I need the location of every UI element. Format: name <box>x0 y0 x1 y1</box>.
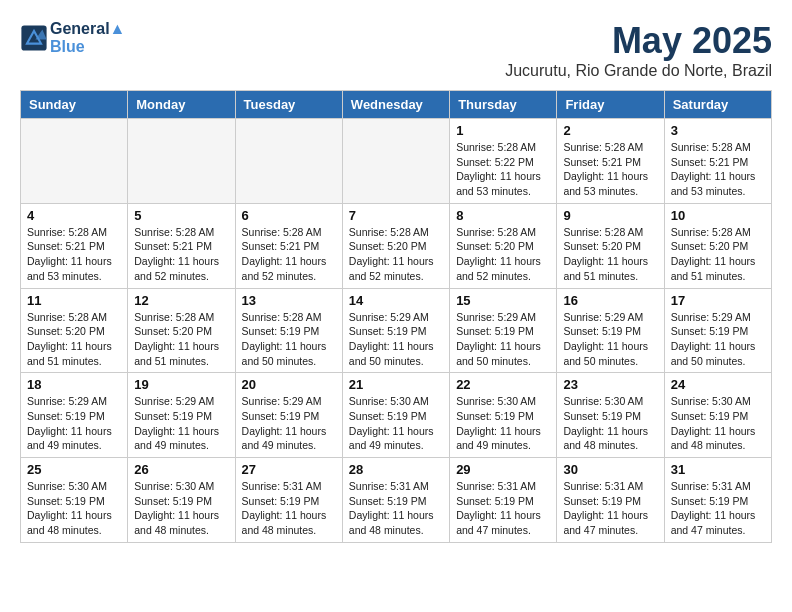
day-number: 22 <box>456 377 550 392</box>
day-detail: Sunrise: 5:28 AM Sunset: 5:21 PM Dayligh… <box>563 140 657 199</box>
day-number: 5 <box>134 208 228 223</box>
day-detail: Sunrise: 5:28 AM Sunset: 5:20 PM Dayligh… <box>671 225 765 284</box>
calendar-cell: 6Sunrise: 5:28 AM Sunset: 5:21 PM Daylig… <box>235 203 342 288</box>
day-detail: Sunrise: 5:28 AM Sunset: 5:22 PM Dayligh… <box>456 140 550 199</box>
calendar-cell <box>342 119 449 204</box>
calendar-cell: 24Sunrise: 5:30 AM Sunset: 5:19 PM Dayli… <box>664 373 771 458</box>
calendar-cell: 25Sunrise: 5:30 AM Sunset: 5:19 PM Dayli… <box>21 458 128 543</box>
day-number: 31 <box>671 462 765 477</box>
day-detail: Sunrise: 5:29 AM Sunset: 5:19 PM Dayligh… <box>349 310 443 369</box>
location: Jucurutu, Rio Grande do Norte, Brazil <box>505 62 772 80</box>
calendar-cell: 23Sunrise: 5:30 AM Sunset: 5:19 PM Dayli… <box>557 373 664 458</box>
day-number: 28 <box>349 462 443 477</box>
day-detail: Sunrise: 5:29 AM Sunset: 5:19 PM Dayligh… <box>134 394 228 453</box>
day-detail: Sunrise: 5:28 AM Sunset: 5:21 PM Dayligh… <box>134 225 228 284</box>
header-tuesday: Tuesday <box>235 91 342 119</box>
calendar-cell: 14Sunrise: 5:29 AM Sunset: 5:19 PM Dayli… <box>342 288 449 373</box>
calendar-cell: 11Sunrise: 5:28 AM Sunset: 5:20 PM Dayli… <box>21 288 128 373</box>
day-number: 2 <box>563 123 657 138</box>
day-number: 17 <box>671 293 765 308</box>
header-saturday: Saturday <box>664 91 771 119</box>
logo-icon <box>20 24 48 52</box>
day-number: 15 <box>456 293 550 308</box>
day-number: 3 <box>671 123 765 138</box>
day-detail: Sunrise: 5:30 AM Sunset: 5:19 PM Dayligh… <box>134 479 228 538</box>
day-number: 23 <box>563 377 657 392</box>
day-detail: Sunrise: 5:30 AM Sunset: 5:19 PM Dayligh… <box>456 394 550 453</box>
calendar-cell: 20Sunrise: 5:29 AM Sunset: 5:19 PM Dayli… <box>235 373 342 458</box>
calendar-cell: 10Sunrise: 5:28 AM Sunset: 5:20 PM Dayli… <box>664 203 771 288</box>
day-detail: Sunrise: 5:28 AM Sunset: 5:20 PM Dayligh… <box>27 310 121 369</box>
calendar-cell: 26Sunrise: 5:30 AM Sunset: 5:19 PM Dayli… <box>128 458 235 543</box>
day-detail: Sunrise: 5:28 AM Sunset: 5:21 PM Dayligh… <box>27 225 121 284</box>
calendar-cell: 31Sunrise: 5:31 AM Sunset: 5:19 PM Dayli… <box>664 458 771 543</box>
day-number: 26 <box>134 462 228 477</box>
calendar-cell <box>128 119 235 204</box>
day-detail: Sunrise: 5:28 AM Sunset: 5:21 PM Dayligh… <box>242 225 336 284</box>
calendar-cell: 17Sunrise: 5:29 AM Sunset: 5:19 PM Dayli… <box>664 288 771 373</box>
calendar-cell: 7Sunrise: 5:28 AM Sunset: 5:20 PM Daylig… <box>342 203 449 288</box>
day-number: 19 <box>134 377 228 392</box>
calendar-cell: 16Sunrise: 5:29 AM Sunset: 5:19 PM Dayli… <box>557 288 664 373</box>
header-thursday: Thursday <box>450 91 557 119</box>
calendar-cell <box>235 119 342 204</box>
calendar-cell: 1Sunrise: 5:28 AM Sunset: 5:22 PM Daylig… <box>450 119 557 204</box>
month-title: May 2025 <box>505 20 772 62</box>
calendar-cell: 13Sunrise: 5:28 AM Sunset: 5:19 PM Dayli… <box>235 288 342 373</box>
header-wednesday: Wednesday <box>342 91 449 119</box>
calendar-week-2: 4Sunrise: 5:28 AM Sunset: 5:21 PM Daylig… <box>21 203 772 288</box>
calendar-cell: 12Sunrise: 5:28 AM Sunset: 5:20 PM Dayli… <box>128 288 235 373</box>
calendar-cell: 15Sunrise: 5:29 AM Sunset: 5:19 PM Dayli… <box>450 288 557 373</box>
logo: General▲ Blue <box>20 20 125 56</box>
calendar-cell: 5Sunrise: 5:28 AM Sunset: 5:21 PM Daylig… <box>128 203 235 288</box>
day-detail: Sunrise: 5:31 AM Sunset: 5:19 PM Dayligh… <box>563 479 657 538</box>
day-number: 24 <box>671 377 765 392</box>
day-detail: Sunrise: 5:28 AM Sunset: 5:19 PM Dayligh… <box>242 310 336 369</box>
day-number: 13 <box>242 293 336 308</box>
day-detail: Sunrise: 5:28 AM Sunset: 5:20 PM Dayligh… <box>456 225 550 284</box>
day-detail: Sunrise: 5:29 AM Sunset: 5:19 PM Dayligh… <box>563 310 657 369</box>
calendar-cell: 2Sunrise: 5:28 AM Sunset: 5:21 PM Daylig… <box>557 119 664 204</box>
calendar-cell: 21Sunrise: 5:30 AM Sunset: 5:19 PM Dayli… <box>342 373 449 458</box>
day-number: 1 <box>456 123 550 138</box>
calendar-cell: 19Sunrise: 5:29 AM Sunset: 5:19 PM Dayli… <box>128 373 235 458</box>
calendar-cell: 27Sunrise: 5:31 AM Sunset: 5:19 PM Dayli… <box>235 458 342 543</box>
day-number: 20 <box>242 377 336 392</box>
calendar-table: SundayMondayTuesdayWednesdayThursdayFrid… <box>20 90 772 543</box>
day-number: 7 <box>349 208 443 223</box>
calendar-week-5: 25Sunrise: 5:30 AM Sunset: 5:19 PM Dayli… <box>21 458 772 543</box>
title-area: May 2025 Jucurutu, Rio Grande do Norte, … <box>505 20 772 80</box>
calendar-cell: 8Sunrise: 5:28 AM Sunset: 5:20 PM Daylig… <box>450 203 557 288</box>
day-number: 18 <box>27 377 121 392</box>
day-detail: Sunrise: 5:28 AM Sunset: 5:20 PM Dayligh… <box>349 225 443 284</box>
calendar-cell: 29Sunrise: 5:31 AM Sunset: 5:19 PM Dayli… <box>450 458 557 543</box>
day-detail: Sunrise: 5:29 AM Sunset: 5:19 PM Dayligh… <box>242 394 336 453</box>
day-detail: Sunrise: 5:30 AM Sunset: 5:19 PM Dayligh… <box>349 394 443 453</box>
day-detail: Sunrise: 5:28 AM Sunset: 5:20 PM Dayligh… <box>134 310 228 369</box>
header-friday: Friday <box>557 91 664 119</box>
day-detail: Sunrise: 5:29 AM Sunset: 5:19 PM Dayligh… <box>671 310 765 369</box>
calendar-cell: 30Sunrise: 5:31 AM Sunset: 5:19 PM Dayli… <box>557 458 664 543</box>
day-detail: Sunrise: 5:28 AM Sunset: 5:20 PM Dayligh… <box>563 225 657 284</box>
day-number: 16 <box>563 293 657 308</box>
day-detail: Sunrise: 5:29 AM Sunset: 5:19 PM Dayligh… <box>456 310 550 369</box>
day-detail: Sunrise: 5:30 AM Sunset: 5:19 PM Dayligh… <box>563 394 657 453</box>
calendar-cell: 4Sunrise: 5:28 AM Sunset: 5:21 PM Daylig… <box>21 203 128 288</box>
day-number: 21 <box>349 377 443 392</box>
day-detail: Sunrise: 5:31 AM Sunset: 5:19 PM Dayligh… <box>349 479 443 538</box>
day-number: 12 <box>134 293 228 308</box>
calendar-cell: 28Sunrise: 5:31 AM Sunset: 5:19 PM Dayli… <box>342 458 449 543</box>
day-detail: Sunrise: 5:30 AM Sunset: 5:19 PM Dayligh… <box>671 394 765 453</box>
logo-text: General▲ Blue <box>50 20 125 56</box>
calendar-cell <box>21 119 128 204</box>
day-detail: Sunrise: 5:31 AM Sunset: 5:19 PM Dayligh… <box>242 479 336 538</box>
header-monday: Monday <box>128 91 235 119</box>
day-number: 25 <box>27 462 121 477</box>
page-header: General▲ Blue May 2025 Jucurutu, Rio Gra… <box>20 20 772 80</box>
day-number: 11 <box>27 293 121 308</box>
calendar-cell: 18Sunrise: 5:29 AM Sunset: 5:19 PM Dayli… <box>21 373 128 458</box>
day-number: 4 <box>27 208 121 223</box>
day-number: 14 <box>349 293 443 308</box>
day-number: 29 <box>456 462 550 477</box>
calendar-week-4: 18Sunrise: 5:29 AM Sunset: 5:19 PM Dayli… <box>21 373 772 458</box>
